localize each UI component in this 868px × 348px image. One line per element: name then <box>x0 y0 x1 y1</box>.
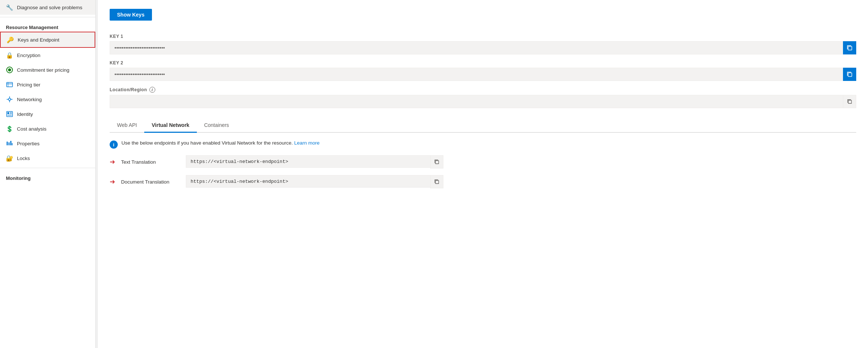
location-input[interactable] <box>110 95 843 108</box>
copy-gray-icon <box>847 99 852 104</box>
document-translation-label: Document Translation <box>121 179 180 185</box>
sidebar-item-encryption[interactable]: 🔒 Encryption <box>0 48 95 63</box>
show-keys-button[interactable]: Show Keys <box>110 9 152 21</box>
sidebar-item-keys-endpoint[interactable]: 🔑 Keys and Endpoint <box>0 32 95 48</box>
copy-endpoint-icon <box>434 159 439 164</box>
copy-text-translation-button[interactable] <box>430 155 443 168</box>
copy-doc-endpoint-icon <box>434 179 439 184</box>
sidebar-item-locks[interactable]: 🔐 Locks <box>0 151 95 166</box>
text-translation-arrow-icon: ➜ <box>110 158 115 166</box>
text-translation-input[interactable] <box>186 155 430 168</box>
copy-icon <box>847 45 853 51</box>
sidebar-item-commitment-tier[interactable]: Commitment tier pricing <box>0 63 95 77</box>
location-row <box>110 95 856 108</box>
key2-row <box>110 68 856 81</box>
pricing-icon <box>6 81 13 88</box>
sidebar: 🔧 Diagnose and solve problems Resource M… <box>0 0 96 348</box>
copy-icon <box>847 71 853 77</box>
svg-rect-17 <box>10 141 11 145</box>
location-label: Location/Region <box>110 87 147 92</box>
locks-icon: 🔐 <box>6 155 13 162</box>
sidebar-item-label: Properties <box>17 141 40 146</box>
lock-icon: 🔒 <box>6 52 13 59</box>
svg-point-1 <box>8 68 11 71</box>
resource-management-label: Resource Management <box>0 19 95 32</box>
svg-rect-18 <box>12 143 13 145</box>
sidebar-item-label: Locks <box>17 156 30 161</box>
sidebar-item-label: Identity <box>17 111 33 117</box>
properties-icon <box>6 140 13 147</box>
copy-key2-button[interactable] <box>843 68 856 81</box>
tabs-container: Web API Virtual Network Containers <box>110 118 856 133</box>
svg-rect-16 <box>8 142 10 145</box>
info-circle-icon: i <box>110 141 118 149</box>
text-translation-row: ➜ Text Translation <box>110 155 856 168</box>
svg-rect-19 <box>848 46 852 50</box>
info-banner: i Use the below endpoints if you have en… <box>110 140 856 149</box>
key1-row <box>110 41 856 54</box>
svg-rect-23 <box>436 181 439 184</box>
tab-containers[interactable]: Containers <box>197 118 237 133</box>
text-translation-input-row <box>186 155 443 168</box>
wrench-icon: 🔧 <box>6 4 13 11</box>
copy-key1-button[interactable] <box>843 41 856 54</box>
monitoring-label: Monitoring <box>0 170 95 182</box>
sidebar-item-label: Encryption <box>17 53 40 58</box>
key2-label: KEY 2 <box>110 60 856 65</box>
sidebar-item-pricing-tier[interactable]: Pricing tier <box>0 77 95 92</box>
networking-svg-icon <box>6 96 13 103</box>
cost-icon: 💲 <box>6 125 13 132</box>
document-translation-input-row <box>186 175 443 188</box>
properties-svg-icon <box>6 140 13 147</box>
tab-virtual-network[interactable]: Virtual Network <box>144 118 196 133</box>
info-icon: i <box>149 87 155 93</box>
info-banner-text: Use the below endpoints if you have enab… <box>121 140 320 146</box>
document-translation-arrow-icon: ➜ <box>110 178 115 186</box>
document-translation-row: ➜ Document Translation <box>110 175 856 188</box>
sidebar-divider-2 <box>0 168 95 168</box>
svg-rect-15 <box>7 142 8 145</box>
sidebar-item-label: Commitment tier pricing <box>17 67 70 73</box>
sidebar-divider-1 <box>0 17 95 17</box>
key1-label: KEY 1 <box>110 34 856 39</box>
svg-rect-2 <box>7 82 13 87</box>
location-label-row: Location/Region i <box>110 87 856 93</box>
key1-input[interactable] <box>110 41 843 54</box>
sidebar-item-identity[interactable]: Identity <box>0 107 95 121</box>
key2-input[interactable] <box>110 68 843 81</box>
sidebar-diagnose-label: Diagnose and solve problems <box>17 5 82 10</box>
identity-svg-icon <box>6 111 13 117</box>
sidebar-item-label: Networking <box>17 97 42 102</box>
pricing-svg-icon <box>6 81 13 88</box>
sidebar-item-properties[interactable]: Properties <box>0 136 95 151</box>
identity-icon <box>6 110 13 118</box>
svg-rect-21 <box>848 100 852 104</box>
networking-icon <box>6 96 13 103</box>
copy-location-button[interactable] <box>843 95 856 108</box>
copy-document-translation-button[interactable] <box>430 175 443 188</box>
sidebar-item-label: Cost analysis <box>17 126 46 132</box>
document-translation-input[interactable] <box>186 175 430 188</box>
sidebar-item-label: Keys and Endpoint <box>18 37 59 43</box>
text-translation-label: Text Translation <box>121 159 180 165</box>
svg-rect-22 <box>436 161 439 164</box>
key-icon: 🔑 <box>7 36 14 43</box>
svg-point-5 <box>8 98 11 100</box>
commitment-icon <box>6 66 13 74</box>
main-content: Show Keys KEY 1 KEY 2 Location/Region i <box>98 0 868 348</box>
sidebar-item-cost-analysis[interactable]: 💲 Cost analysis <box>0 121 95 136</box>
commitment-svg-icon <box>6 67 13 73</box>
tab-web-api[interactable]: Web API <box>110 118 144 133</box>
learn-more-link[interactable]: Learn more <box>294 140 320 146</box>
sidebar-item-networking[interactable]: Networking <box>0 92 95 107</box>
sidebar-item-label: Pricing tier <box>17 82 40 88</box>
svg-rect-20 <box>848 73 852 77</box>
svg-rect-11 <box>7 112 9 114</box>
sidebar-item-diagnose[interactable]: 🔧 Diagnose and solve problems <box>0 0 95 15</box>
